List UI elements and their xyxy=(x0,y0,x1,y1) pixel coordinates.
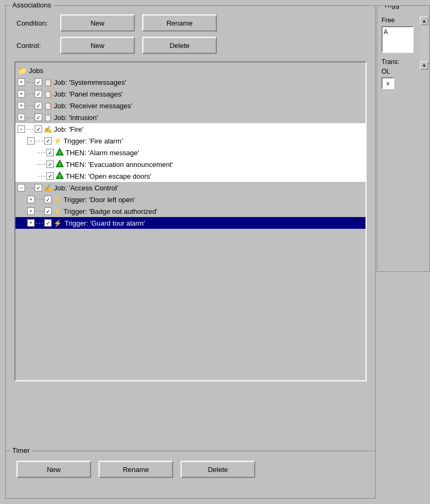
connector-v xyxy=(38,176,45,177)
timer-delete-button[interactable]: Delete xyxy=(181,461,255,478)
action-icon: ! xyxy=(55,171,64,181)
job-fire-icon: ✍ xyxy=(44,125,52,133)
control-delete-button[interactable]: Delete xyxy=(142,37,217,54)
action-icon: ! xyxy=(55,148,64,158)
checkbox-receiver[interactable]: ✓ xyxy=(35,102,42,109)
collapse-icon[interactable]: − xyxy=(18,125,25,133)
checkbox-badge[interactable]: ✓ xyxy=(44,207,52,215)
tree-root: 📁 Jobs xyxy=(15,65,366,76)
trans-label: Trans: xyxy=(382,58,417,66)
ol-label: OL xyxy=(382,68,417,75)
svg-text:!: ! xyxy=(59,162,61,167)
connector xyxy=(26,117,34,118)
condition-row: Condition: New Rename xyxy=(6,6,375,35)
control-new-button[interactable]: New xyxy=(60,37,135,54)
connector xyxy=(26,82,34,83)
checkbox-fire[interactable]: ✓ xyxy=(35,125,42,133)
timer-title: Timer xyxy=(10,446,32,454)
trigger-icon: ⚡ xyxy=(53,207,62,215)
item-label: THEN: 'Open escape doors' xyxy=(66,172,151,180)
scroll-down-arrow[interactable]: ▼ xyxy=(420,61,428,70)
item-label: Job: 'Receiver messages' xyxy=(54,102,132,110)
svg-text:!: ! xyxy=(59,150,61,155)
item-label-selected: Trigger: 'Guard tour alarm' xyxy=(63,219,146,227)
ol-input[interactable]: x xyxy=(382,77,394,89)
control-row: Control: New Delete xyxy=(6,35,375,59)
associations-title: Associations xyxy=(10,1,53,9)
expand-icon[interactable]: + xyxy=(27,196,35,203)
list-item[interactable]: + ✓ ⚡ Trigger: 'Badge not authorized' xyxy=(15,205,366,217)
free-listbox[interactable]: A xyxy=(382,26,413,53)
item-label: Trigger: 'Badge not authorized' xyxy=(63,207,157,215)
connector xyxy=(26,94,34,94)
condition-label: Condition: xyxy=(17,19,60,27)
checkbox-firealarm[interactable]: ✓ xyxy=(44,137,52,145)
item-label: Job: 'Intrusion' xyxy=(54,114,98,122)
list-item[interactable]: ✓ ! THEN: 'Open escape doors' xyxy=(15,170,366,182)
tree-container[interactable]: 📁 Jobs + ✓ 📋 Job: 'Systemmessages' + ✓ 📋… xyxy=(14,61,367,381)
free-label: Free xyxy=(382,17,417,24)
action-icon: ! xyxy=(55,159,64,170)
expand-icon[interactable]: + xyxy=(27,219,35,227)
expand-icon[interactable]: + xyxy=(18,102,25,109)
control-label: Control: xyxy=(17,42,60,50)
checkbox-panel[interactable]: ✓ xyxy=(35,90,42,98)
list-item[interactable]: − ✓ ✍ Job: 'Access Control' xyxy=(15,182,366,194)
list-item[interactable]: + ✓ 📋 Job: 'Systemmessages' xyxy=(15,76,366,88)
jobs-label: Jobs xyxy=(29,67,43,75)
list-item[interactable]: − ✓ ⚡ Trigger: 'Fire alarm' xyxy=(15,135,366,147)
timer-panel: Timer New Rename Delete xyxy=(5,451,376,499)
checkbox-guard[interactable]: ✓ xyxy=(44,219,52,227)
free-listbox-item[interactable]: A xyxy=(384,28,411,36)
condition-rename-button[interactable]: Rename xyxy=(142,14,217,31)
right-panel-title: Trigg xyxy=(382,5,401,9)
timer-new-button[interactable]: New xyxy=(17,461,91,478)
item-label: Trigger: 'Fire alarm' xyxy=(63,137,123,145)
item-label: THEN: 'Evacuation announcement' xyxy=(66,161,173,169)
expand-icon[interactable]: + xyxy=(18,78,25,86)
list-item[interactable]: + ✓ 📋 Job: 'Receiver messages' xyxy=(15,100,366,111)
condition-new-button[interactable]: New xyxy=(60,14,135,31)
checkbox-access[interactable]: ✓ xyxy=(35,184,42,191)
checkbox-evacuation[interactable]: ✓ xyxy=(46,161,54,168)
list-item[interactable]: + ✓ 📋 Job: 'Panel messages' xyxy=(15,88,366,100)
list-item[interactable]: + ✓ ⚡ Trigger: 'Guard tour alarm' xyxy=(15,217,366,229)
expand-icon[interactable]: + xyxy=(18,90,25,98)
connector xyxy=(36,211,43,212)
checkbox-escape[interactable]: ✓ xyxy=(46,172,54,180)
connector-v xyxy=(38,164,45,165)
item-label: Job: 'Fire' xyxy=(54,125,84,133)
job-access-icon: ✍ xyxy=(44,184,52,192)
connector-v xyxy=(38,153,45,153)
job-icon: 📋 xyxy=(44,90,52,98)
expand-icon[interactable]: + xyxy=(18,114,25,121)
item-label: Trigger: 'Door left open' xyxy=(63,196,135,204)
collapse-icon[interactable]: − xyxy=(27,137,35,145)
job-icon: 📋 xyxy=(44,102,52,110)
checkbox-intrusion[interactable]: ✓ xyxy=(35,114,42,121)
job-icon: 📋 xyxy=(44,114,52,122)
list-item[interactable]: − ✓ ✍ Job: 'Fire' xyxy=(15,123,366,135)
trigger-icon: ⚡ xyxy=(53,196,62,204)
list-item[interactable]: ✓ ! THEN: 'Evacuation announcement' xyxy=(15,158,366,170)
checkbox-alarm[interactable]: ✓ xyxy=(46,149,54,156)
expand-icon[interactable]: + xyxy=(27,207,35,215)
scroll-thumb[interactable] xyxy=(420,25,428,61)
list-item[interactable]: + ✓ ⚡ Trigger: 'Door left open' xyxy=(15,194,366,205)
trigger-icon: ⚡ xyxy=(53,137,62,145)
job-icon: 📋 xyxy=(44,78,52,86)
collapse-icon[interactable]: − xyxy=(18,184,25,191)
scroll-up-arrow[interactable]: ▲ xyxy=(420,17,428,25)
item-label: THEN: 'Alarm message' xyxy=(66,149,139,157)
checkbox-door[interactable]: ✓ xyxy=(44,196,52,203)
checkbox-systemmessages[interactable]: ✓ xyxy=(35,78,42,86)
connector xyxy=(26,106,34,106)
item-label: Job: 'Panel messages' xyxy=(54,90,123,98)
connector xyxy=(36,223,43,223)
list-item[interactable]: + ✓ 📋 Job: 'Intrusion' xyxy=(15,111,366,123)
list-item[interactable]: ✓ ! THEN: 'Alarm message' xyxy=(15,147,366,158)
associations-panel: Associations Condition: New Rename Contr… xyxy=(5,5,376,453)
right-scrollbar[interactable]: ▲ ▼ xyxy=(420,17,428,70)
timer-rename-button[interactable]: Rename xyxy=(99,461,173,478)
folder-icon: 📁 xyxy=(18,66,27,75)
